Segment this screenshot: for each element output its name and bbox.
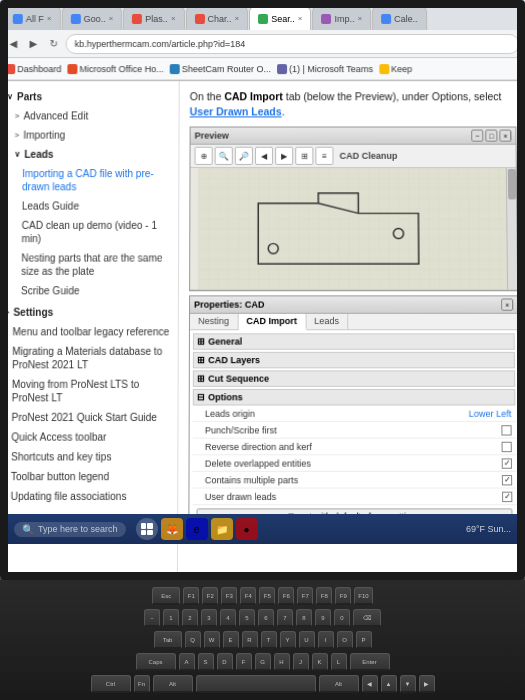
sidebar-menu-toolbar[interactable]: Menu and toolbar legacy reference bbox=[0, 322, 178, 342]
taskbar-icon-firefox[interactable]: 🦊 bbox=[161, 518, 183, 540]
key-arrow-left[interactable]: ◀ bbox=[362, 675, 378, 693]
forward-button[interactable]: ▶ bbox=[25, 36, 41, 52]
key-q[interactable]: Q bbox=[185, 631, 201, 649]
key-f1[interactable]: F1 bbox=[183, 587, 199, 605]
taskbar-icon-explorer[interactable]: 📁 bbox=[211, 518, 233, 540]
tab-sear[interactable]: Sear.. × bbox=[249, 6, 311, 30]
key-f5[interactable]: F5 bbox=[259, 587, 275, 605]
tab-goog[interactable]: Goo.. × bbox=[61, 6, 122, 30]
prop-cut-sequence-header[interactable]: ⊞ Cut Sequence bbox=[193, 371, 515, 388]
tab-leads[interactable]: Leads bbox=[306, 314, 348, 329]
key-f10[interactable]: F10 bbox=[354, 587, 372, 605]
key-arrow-right[interactable]: ▶ bbox=[419, 675, 435, 693]
cad-minimize-btn[interactable]: − bbox=[471, 130, 483, 142]
taskbar-search-box[interactable]: 🔍 Type here to search bbox=[14, 522, 126, 537]
key-y[interactable]: Y bbox=[280, 631, 296, 649]
cad-maximize-btn[interactable]: □ bbox=[485, 130, 497, 142]
tab-close-goog[interactable]: × bbox=[109, 14, 114, 23]
tab-impo[interactable]: Imp.. × bbox=[312, 6, 371, 30]
key-arrow-up[interactable]: ▲ bbox=[381, 675, 397, 693]
prop-leads-origin-value[interactable]: Lower Left bbox=[469, 408, 512, 418]
tab-char[interactable]: Char.. × bbox=[185, 6, 248, 30]
sidebar-leads-guide[interactable]: Leads Guide bbox=[0, 196, 178, 215]
key-j[interactable]: J bbox=[293, 653, 309, 671]
cad-tool-layers[interactable]: ≡ bbox=[315, 147, 333, 165]
key-6[interactable]: 6 bbox=[258, 609, 274, 627]
key-w[interactable]: W bbox=[204, 631, 220, 649]
sidebar-advanced-edit[interactable]: > Advanced Edit bbox=[0, 106, 179, 125]
bookmark-dashboard[interactable]: Dashboard bbox=[5, 64, 61, 74]
key-enter[interactable]: Enter bbox=[350, 653, 390, 671]
key-arrow-down[interactable]: ▼ bbox=[400, 675, 416, 693]
key-s[interactable]: S bbox=[198, 653, 214, 671]
bookmark-keep[interactable]: Keep bbox=[379, 64, 412, 74]
sidebar-pronest-guide[interactable]: ProNest 2021 Quick Start Guide bbox=[0, 408, 178, 428]
key-f4[interactable]: F4 bbox=[240, 587, 256, 605]
key-k[interactable]: K bbox=[312, 653, 328, 671]
cad-tool-zoom-out[interactable]: 🔎 bbox=[235, 147, 253, 165]
sidebar-importing[interactable]: > Importing bbox=[0, 126, 179, 145]
cad-tool-next[interactable]: ▶ bbox=[275, 147, 293, 165]
back-button[interactable]: ◀ bbox=[5, 36, 21, 52]
cad-close-btn[interactable]: × bbox=[499, 130, 511, 142]
key-t[interactable]: T bbox=[261, 631, 277, 649]
key-caps[interactable]: Caps bbox=[136, 653, 176, 671]
sidebar-quick-access[interactable]: Quick Access toolbar bbox=[0, 427, 177, 447]
key-7[interactable]: 7 bbox=[277, 609, 293, 627]
key-u[interactable]: U bbox=[299, 631, 315, 649]
key-esc[interactable]: Esc bbox=[152, 587, 180, 605]
prop-multiple-parts-checkbox[interactable]: ✓ bbox=[502, 475, 512, 485]
sidebar-scribe-guide[interactable]: Scribe Guide bbox=[0, 281, 178, 300]
key-g[interactable]: G bbox=[255, 653, 271, 671]
sidebar-shortcuts[interactable]: Shortcuts and key tips bbox=[0, 447, 177, 467]
key-f6[interactable]: F6 bbox=[278, 587, 294, 605]
key-h[interactable]: H bbox=[274, 653, 290, 671]
key-f3[interactable]: F3 bbox=[221, 587, 237, 605]
cad-tool-pan[interactable]: ⊕ bbox=[195, 147, 213, 165]
prop-delete-overlapped-checkbox[interactable]: ✓ bbox=[502, 458, 512, 468]
sidebar-file-assoc[interactable]: Updating file associations bbox=[0, 486, 177, 506]
key-2[interactable]: 2 bbox=[182, 609, 198, 627]
tab-close-sear[interactable]: × bbox=[298, 14, 303, 23]
prop-general-header[interactable]: ⊞ General bbox=[193, 334, 515, 350]
key-r[interactable]: R bbox=[242, 631, 258, 649]
taskbar-icon-windows[interactable] bbox=[136, 518, 158, 540]
key-1[interactable]: 1 bbox=[163, 609, 179, 627]
cad-scrollbar-vertical[interactable] bbox=[506, 168, 517, 289]
tab-cale[interactable]: Cale.. bbox=[372, 6, 427, 30]
prop-punch-scribe-checkbox[interactable] bbox=[501, 425, 511, 435]
key-8[interactable]: 8 bbox=[296, 609, 312, 627]
tab-close-all-f[interactable]: × bbox=[47, 14, 52, 23]
prop-cad-layers-header[interactable]: ⊞ CAD Layers bbox=[193, 352, 515, 368]
refresh-button[interactable]: ↻ bbox=[46, 36, 62, 52]
properties-close-btn[interactable]: × bbox=[501, 299, 513, 311]
key-tab[interactable]: Tab bbox=[154, 631, 182, 649]
sidebar-moving-pronest[interactable]: Moving from ProNest LTS to ProNest LT bbox=[0, 375, 178, 408]
sidebar-parts-header[interactable]: ∨ Parts bbox=[0, 87, 179, 106]
prop-options-header[interactable]: ⊟ Options bbox=[193, 389, 516, 406]
key-d[interactable]: D bbox=[217, 653, 233, 671]
key-alt-right[interactable]: Alt bbox=[319, 675, 359, 693]
key-f7[interactable]: F7 bbox=[297, 587, 313, 605]
sidebar-leads-header[interactable]: ∨ Leads bbox=[0, 145, 178, 164]
sidebar-importing-cad[interactable]: Importing a CAD file with pre-drawn lead… bbox=[0, 164, 178, 196]
tab-close-plast[interactable]: × bbox=[171, 14, 176, 23]
key-a[interactable]: A bbox=[179, 653, 195, 671]
key-9[interactable]: 9 bbox=[315, 609, 331, 627]
key-f8[interactable]: F8 bbox=[316, 587, 332, 605]
sidebar-migrating[interactable]: Migrating a Materials database to ProNes… bbox=[0, 342, 178, 375]
key-4[interactable]: 4 bbox=[220, 609, 236, 627]
key-o[interactable]: O bbox=[337, 631, 353, 649]
key-e[interactable]: E bbox=[223, 631, 239, 649]
key-fn[interactable]: Fn bbox=[134, 675, 150, 693]
key-0[interactable]: 0 bbox=[334, 609, 350, 627]
key-ctrl[interactable]: Ctrl bbox=[91, 675, 131, 693]
taskbar-icon-chrome[interactable]: ● bbox=[236, 518, 258, 540]
key-backspace[interactable]: ⌫ bbox=[353, 609, 381, 627]
key-space[interactable] bbox=[196, 675, 316, 693]
key-5[interactable]: 5 bbox=[239, 609, 255, 627]
prop-reverse-dir-checkbox[interactable] bbox=[502, 442, 512, 452]
prop-user-drawn-leads-checkbox[interactable]: ✓ bbox=[502, 492, 512, 502]
sidebar-nesting-parts[interactable]: Nesting parts that are the same size as … bbox=[0, 248, 178, 281]
bookmark-sheetcam[interactable]: SheetCam Router O... bbox=[170, 64, 271, 74]
